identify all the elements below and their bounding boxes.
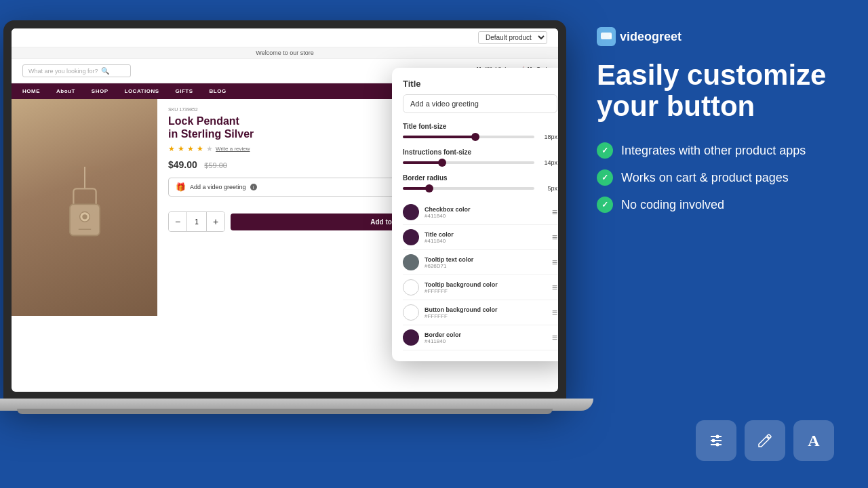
color-swatch-4 <box>403 304 419 321</box>
laptop-body: Default product Welcome to our store Wha… <box>3 20 566 400</box>
store-top-bar: Default product <box>12 28 558 47</box>
stack-icon-0: ≡ <box>552 207 557 218</box>
text-icon-btn[interactable]: A <box>793 420 834 461</box>
qty-value: 1 <box>186 212 207 231</box>
svg-point-12 <box>712 439 715 443</box>
title-input[interactable] <box>403 94 557 113</box>
color-info-2: Tooltip text color #626D71 <box>425 256 473 269</box>
customization-panel: Title Title font-size 18px Instructions … <box>392 68 558 361</box>
color-name-1: Title color <box>425 231 454 238</box>
product-image <box>12 99 157 316</box>
video-greeting-left: 🎁 Add a video greeting i <box>176 182 257 192</box>
nav-home[interactable]: HOME <box>22 88 40 94</box>
border-radius-label: Border radius <box>403 174 557 182</box>
info-icon: i <box>250 184 257 190</box>
color-swatch-5 <box>403 329 419 346</box>
star-5: ★ <box>206 144 213 153</box>
instructions-font-size-slider[interactable]: 14px <box>403 159 557 166</box>
color-name-0: Checkbox color <box>425 206 471 213</box>
qty-increase[interactable]: + <box>207 212 224 231</box>
stack-icon-3: ≡ <box>552 282 557 293</box>
price-original: $59.00 <box>204 161 227 169</box>
instructions-font-size-value: 14px <box>538 159 557 166</box>
color-row-1[interactable]: Title color #411840 ≡ <box>403 225 557 250</box>
color-row-left-0: Checkbox color #411840 <box>403 204 471 220</box>
color-info-0: Checkbox color #411840 <box>425 206 471 219</box>
title-font-size-value: 18px <box>538 134 557 140</box>
title-font-size-slider[interactable]: 18px <box>403 134 557 140</box>
quantity-controls: − 1 + <box>168 211 225 232</box>
qty-decrease[interactable]: − <box>169 212 186 231</box>
color-name-4: Button background color <box>425 306 498 313</box>
border-radius-slider[interactable]: 5px <box>403 185 557 192</box>
nav-blog[interactable]: BLOG <box>210 88 226 94</box>
color-row-left-5: Border color #411840 <box>403 329 461 346</box>
color-row-2[interactable]: Tooltip text color #626D71 ≡ <box>403 250 557 275</box>
color-row-3[interactable]: Tooltip background color #FFFFFF ≡ <box>403 275 557 300</box>
nav-gifts[interactable]: GIFTS <box>176 88 193 94</box>
left-section: Default product Welcome to our store Wha… <box>0 0 563 488</box>
color-hex-0: #411840 <box>425 213 471 219</box>
feature-text-1: Integrates with other product apps <box>621 144 806 158</box>
color-name-5: Border color <box>425 331 461 338</box>
gift-icon: 🎁 <box>176 182 186 192</box>
color-swatch-1 <box>403 229 419 245</box>
check-icon-1: ✓ <box>597 142 613 159</box>
check-icon-3: ✓ <box>597 197 613 213</box>
sliders-icon-btn[interactable] <box>696 420 736 461</box>
search-bar[interactable]: What are you looking for? 🔍 <box>22 64 131 77</box>
brand-logo: videogreet <box>597 27 834 46</box>
border-radius-value: 5px <box>538 185 557 192</box>
feature-text-2: Works on cart & product pages <box>621 171 789 185</box>
check-icon-2: ✓ <box>597 169 613 186</box>
feature-text-3: No coding involved <box>621 198 724 212</box>
edit-icon-btn[interactable] <box>745 420 785 461</box>
star-3: ★ <box>187 144 194 153</box>
search-icon: 🔍 <box>101 67 109 75</box>
nav-locations[interactable]: LOCATIONS <box>125 88 159 94</box>
stack-icon-5: ≡ <box>552 332 557 343</box>
feature-item-1: ✓ Integrates with other product apps <box>597 142 834 159</box>
stack-icon-1: ≡ <box>552 232 557 243</box>
color-hex-4: #FFFFFF <box>425 313 498 319</box>
price-current: $49.00 <box>168 159 197 170</box>
color-row-5[interactable]: Border color #411840 ≡ <box>403 325 557 350</box>
color-hex-5: #411840 <box>425 338 461 344</box>
headline: Easily customize your button <box>597 60 834 122</box>
nav-about[interactable]: AbouT <box>56 88 75 94</box>
laptop-screen: Default product Welcome to our store Wha… <box>12 28 558 392</box>
review-link[interactable]: Write a review <box>216 146 250 152</box>
feature-item-2: ✓ Works on cart & product pages <box>597 169 834 186</box>
nav-shop[interactable]: SHOP <box>92 88 108 94</box>
video-greeting-label: Add a video greeting <box>190 184 246 190</box>
search-placeholder: What are you looking for? <box>28 68 98 75</box>
color-info-1: Title color #411840 <box>425 231 454 244</box>
brand-logo-icon <box>597 27 616 46</box>
text-icon: A <box>808 432 819 450</box>
brand-name: videogreet <box>620 30 682 44</box>
color-row-4[interactable]: Button background color #FFFFFF ≡ <box>403 300 557 325</box>
instructions-font-size-label: Instructions font-size <box>403 148 557 156</box>
panel-title-label: Title <box>403 79 557 89</box>
color-hex-3: #FFFFFF <box>425 288 498 294</box>
svg-point-13 <box>716 443 719 447</box>
color-row-left-4: Button background color #FFFFFF <box>403 304 498 321</box>
svg-point-11 <box>716 435 719 439</box>
stack-icon-2: ≡ <box>552 257 557 268</box>
feature-item-3: ✓ No coding involved <box>597 197 834 213</box>
laptop-base-bottom <box>17 409 553 414</box>
color-hex-2: #626D71 <box>425 263 473 269</box>
color-info-3: Tooltip background color #FFFFFF <box>425 281 498 294</box>
color-name-3: Tooltip background color <box>425 281 498 288</box>
color-swatch-3 <box>403 279 419 296</box>
color-hex-1: #411840 <box>425 238 454 244</box>
color-row-left-2: Tooltip text color #626D71 <box>403 254 473 270</box>
star-1: ★ <box>168 144 175 153</box>
feature-list: ✓ Integrates with other product apps ✓ W… <box>597 142 834 213</box>
color-name-2: Tooltip text color <box>425 256 473 263</box>
color-row-0[interactable]: Checkbox color #411840 ≡ <box>403 200 557 225</box>
color-row-left-1: Title color #411840 <box>403 229 454 245</box>
product-select[interactable]: Default product <box>478 31 547 44</box>
right-section: videogreet Easily customize your button … <box>563 0 868 488</box>
star-2: ★ <box>178 144 184 153</box>
